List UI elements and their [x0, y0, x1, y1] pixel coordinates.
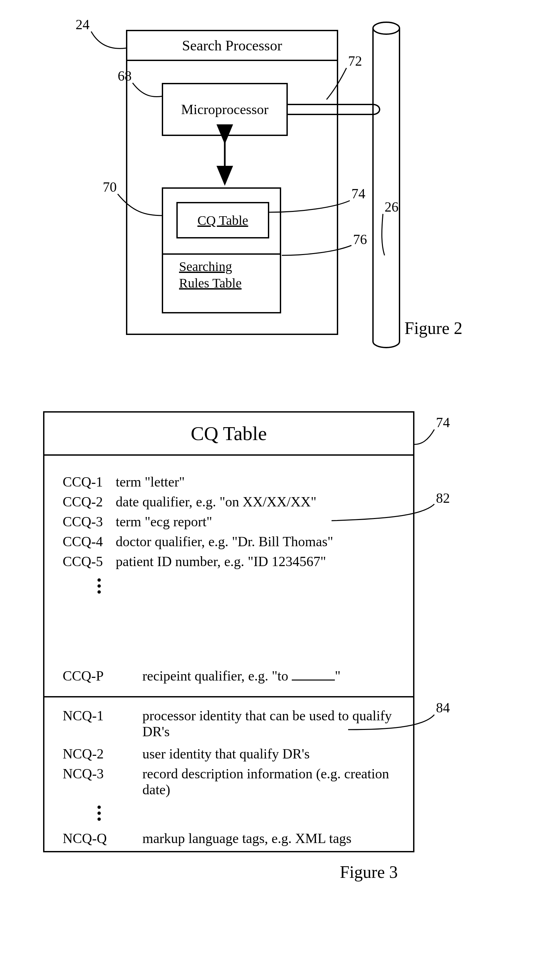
- cq-table-title: CQ Table: [191, 422, 267, 445]
- cq-table-label: CQ Table: [197, 213, 248, 228]
- searching-rules-label: Searching Rules Table: [179, 258, 269, 292]
- ref-76: 76: [353, 231, 367, 247]
- ccq-row-p: CCQ-P recipeint qualifier, e.g. "to ": [63, 668, 403, 684]
- ccq-ellipsis: [97, 578, 101, 594]
- ccq-row-3: CCQ-3term "ecg report": [63, 514, 403, 530]
- svg-point-0: [373, 22, 400, 34]
- ref-82: 82: [436, 490, 450, 506]
- ref-72: 72: [348, 53, 362, 69]
- ref-26: 26: [385, 199, 398, 215]
- ref-84: 84: [436, 700, 450, 715]
- cq-table-outer: CQ Table CCQ-1term "letter" CCQ-2date qu…: [43, 411, 414, 853]
- bus-cylinder: [373, 22, 400, 347]
- ccq-row-2: CCQ-2date qualifier, e.g. "on XX/XX/XX": [63, 494, 403, 510]
- figure-2-caption: Figure 2: [404, 319, 463, 338]
- search-processor-titlebar: Search Processor: [127, 31, 337, 61]
- cq-table-box: CQ Table: [177, 202, 269, 239]
- cq-table-titlebar: CQ Table: [45, 413, 413, 456]
- microprocessor-label: Microprocessor: [181, 102, 269, 117]
- ref-fig3-74: 74: [436, 414, 450, 430]
- ref-24: 24: [76, 17, 89, 32]
- figure-3-caption: Figure 3: [340, 862, 398, 882]
- microprocessor-box: Microprocessor: [162, 83, 288, 136]
- ref-74: 74: [352, 186, 365, 202]
- memory-box: CQ Table Searching Rules Table: [162, 187, 281, 313]
- ref-68: 68: [118, 68, 132, 84]
- ccq-row-4: CCQ-4doctor qualifier, e.g. "Dr. Bill Th…: [63, 534, 403, 550]
- ccq-row-1: CCQ-1term "letter": [63, 474, 403, 490]
- ref-70: 70: [103, 179, 117, 195]
- cq-table-separator: [45, 696, 413, 698]
- ccq-row-5: CCQ-5patient ID number, e.g. "ID 1234567…: [63, 553, 403, 569]
- ncq-ellipsis: [97, 806, 101, 821]
- ncq-row-q: NCQ-Q markup language tags, e.g. XML tag…: [63, 830, 403, 846]
- search-processor-title: Search Processor: [182, 37, 282, 54]
- ncq-row-1: NCQ-1 processor identity that can be use…: [63, 708, 403, 739]
- blank-line: [292, 668, 335, 680]
- ncq-row-2: NCQ-2 user identity that qualify DR's: [63, 746, 403, 762]
- ncq-row-3: NCQ-3 record description information (e.…: [63, 766, 403, 798]
- memory-separator: [163, 253, 280, 255]
